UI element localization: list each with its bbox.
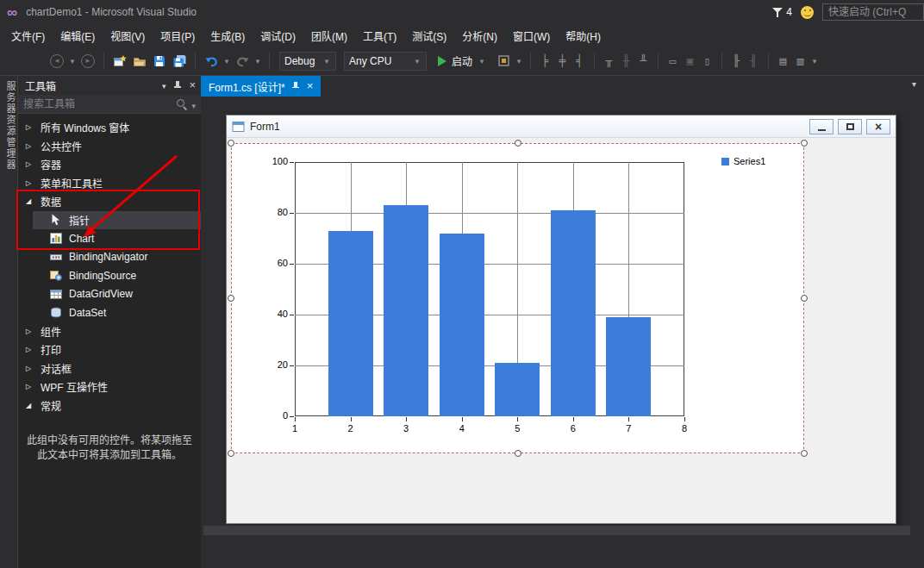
toolbox-group-dialogs[interactable]: 对话框 [18, 359, 201, 378]
align-top-icon[interactable] [602, 54, 616, 67]
selection-handle[interactable] [801, 140, 808, 147]
toolbox-item-pointer[interactable]: 指针 [33, 211, 201, 230]
toolbox-group-containers[interactable]: 容器 [18, 155, 201, 174]
toolbox-group-label: 公共控件 [41, 139, 82, 153]
tab-form1-design[interactable]: Form1.cs [设计]* [201, 76, 321, 97]
selection-handle[interactable] [515, 140, 521, 147]
selection-handle[interactable] [228, 295, 234, 302]
toolbox-group-label: 常规 [41, 398, 61, 413]
same-width-icon[interactable] [665, 54, 680, 67]
form-minimize-button[interactable] [809, 119, 833, 134]
redo-button[interactable] [234, 51, 251, 72]
menu-item[interactable]: 测试(S) [404, 25, 454, 47]
chart-y-tick-label: 20 [259, 359, 288, 370]
attach-tool-button[interactable] [495, 51, 512, 72]
form-client-area[interactable]: Series1 12345678020406080100 [227, 138, 896, 525]
menu-item[interactable]: 编辑(E) [53, 25, 103, 47]
tab-close-icon[interactable] [307, 80, 314, 92]
selection-handle[interactable] [801, 450, 808, 457]
align-left-icon[interactable] [538, 54, 553, 67]
window-position-icon[interactable] [162, 79, 166, 91]
align-middle-icon[interactable] [619, 54, 634, 67]
toolbox-empty-group-text: 此组中没有可用的控件。将某项拖至此文本中可将其添加到工具箱。 [27, 434, 192, 463]
menu-item[interactable]: 调试(D) [253, 25, 303, 47]
align-right-icon[interactable] [572, 54, 587, 67]
search-options-icon[interactable] [187, 97, 196, 112]
same-height-icon[interactable] [700, 54, 715, 67]
selection-handle[interactable] [515, 450, 521, 457]
start-debugging-button[interactable]: 启动 [432, 51, 492, 72]
attach-dropdown-icon[interactable] [515, 57, 523, 66]
toolbox-group-label: 打印 [41, 342, 61, 357]
menu-item[interactable]: 文件(F) [3, 25, 53, 47]
close-icon[interactable] [189, 79, 196, 91]
menu-item[interactable]: 生成(B) [203, 25, 253, 47]
toolbox-group-common-controls[interactable]: 公共控件 [18, 137, 201, 156]
bring-to-front-icon[interactable] [776, 54, 790, 67]
scrollbar-thumb[interactable] [203, 526, 910, 535]
send-to-back-icon[interactable] [793, 54, 808, 67]
selection-handle[interactable] [228, 450, 234, 457]
toolbox-item-datagridview[interactable]: DataGridView [18, 285, 201, 304]
selection-handle[interactable] [801, 295, 808, 302]
navigate-forward-button[interactable] [79, 51, 97, 72]
menu-item[interactable]: 项目(P) [153, 25, 203, 47]
same-size-icon[interactable] [683, 54, 697, 67]
menu-item[interactable]: 团队(M) [303, 25, 355, 47]
quick-launch-input[interactable]: 快速启动 (Ctrl+Q [822, 3, 924, 21]
selection-handle[interactable] [228, 140, 234, 147]
undo-button[interactable] [203, 51, 220, 72]
redo-dropdown-icon[interactable] [253, 57, 262, 66]
toolbox-group-data[interactable]: 数据 [18, 192, 201, 211]
search-icon[interactable] [176, 98, 187, 109]
horizontal-scrollbar[interactable] [203, 525, 921, 536]
toolbox-group-all-windows-forms[interactable]: 所有 Windows 窗体 [18, 118, 201, 137]
form-close-button[interactable] [866, 119, 890, 134]
form-title: Form1 [250, 121, 280, 133]
toolbox-group-printing[interactable]: 打印 [18, 340, 201, 359]
toolbar-overflow-icon[interactable] [810, 57, 819, 66]
toolbox-group-label: 所有 Windows 窗体 [41, 120, 129, 134]
toolbox-group-menus-toolbars[interactable]: 菜单和工具栏 [18, 174, 201, 193]
toolbox-group-label: 菜单和工具栏 [41, 176, 103, 190]
toolbox-item-bindingsource[interactable]: BindingSource [18, 266, 201, 285]
align-bottom-icon[interactable] [636, 54, 651, 67]
server-explorer-tab[interactable]: 服务器资源管理器 [3, 81, 17, 171]
chart-control[interactable]: Series1 12345678020406080100 [231, 143, 804, 453]
menu-item[interactable]: 视图(V) [103, 25, 153, 47]
feedback-smiley-icon[interactable] [801, 6, 814, 19]
solution-configuration-select[interactable]: Debug [279, 52, 336, 71]
vertical-spacing-icon[interactable] [746, 54, 761, 67]
form-maximize-button[interactable] [838, 119, 862, 134]
horizontal-spacing-icon[interactable] [729, 54, 744, 67]
save-button[interactable] [151, 51, 168, 72]
menu-item[interactable]: 帮助(H) [558, 25, 609, 47]
save-all-button[interactable] [171, 51, 188, 72]
undo-dropdown-icon[interactable] [222, 57, 231, 66]
toolbox-group-wpf-interop[interactable]: WPF 互操作性 [18, 378, 201, 396]
navigate-forward-icon [81, 54, 95, 68]
chart-x-tick [462, 417, 463, 421]
menu-item[interactable]: 工具(T) [355, 25, 404, 47]
navigate-backward-button[interactable] [48, 51, 66, 72]
toolbox-item-bindingnavigator[interactable]: BindingNavigator [18, 248, 201, 267]
toolbox-item-dataset[interactable]: DataSet [18, 303, 201, 322]
open-file-button[interactable] [131, 51, 148, 72]
solution-platform-select[interactable]: Any CPU [344, 52, 427, 71]
toolbox-group-components[interactable]: 组件 [18, 322, 201, 341]
align-center-icon[interactable] [555, 54, 570, 67]
menu-item[interactable]: 窗口(W) [505, 25, 558, 47]
navigate-dropdown-icon[interactable] [68, 57, 77, 66]
new-project-button[interactable] [111, 51, 128, 72]
pin-icon[interactable] [173, 80, 181, 91]
toolbox-item-chart[interactable]: Chart [18, 229, 201, 248]
toolbox-search-input[interactable] [23, 98, 176, 110]
document-list-dropdown-icon[interactable] [912, 79, 916, 89]
tab-pin-icon[interactable] [292, 82, 300, 91]
toolbox-header[interactable]: 工具箱 [18, 76, 201, 95]
toolbox-item-label: DataSet [69, 307, 106, 319]
menu-item[interactable]: 分析(N) [454, 25, 505, 47]
toolbox-group-general[interactable]: 常规 [18, 396, 201, 415]
notifications-icon[interactable] [772, 7, 783, 18]
designed-form[interactable]: Form1 [226, 115, 896, 524]
